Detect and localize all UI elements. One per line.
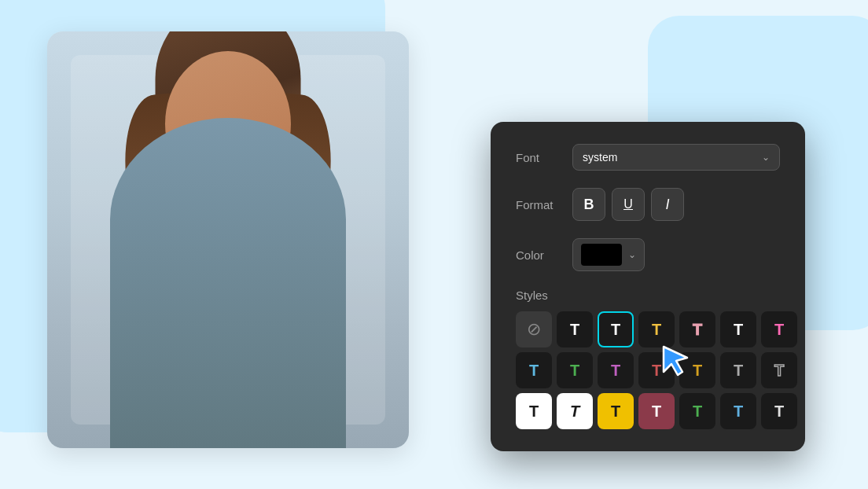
style-t-gray[interactable]: T — [720, 352, 756, 388]
t-icon: T — [611, 362, 620, 380]
style-t-green[interactable]: T — [557, 352, 593, 388]
photo-background — [47, 31, 409, 448]
color-label: Color — [516, 248, 572, 262]
format-label: Format — [516, 198, 572, 211]
no-symbol-icon: ⊘ — [527, 319, 541, 340]
t-icon: T — [570, 403, 579, 421]
style-t-selected[interactable]: T — [598, 311, 634, 347]
t-icon: T — [734, 362, 743, 380]
t-icon: T — [693, 403, 702, 421]
t-icon: T — [611, 403, 620, 421]
style-t-blue[interactable]: T — [516, 352, 552, 388]
underline-button[interactable]: U — [612, 188, 645, 221]
style-t-white-on-maroon[interactable]: T — [638, 393, 675, 429]
font-dropdown[interactable]: system ⌄ — [572, 144, 780, 171]
style-t-gold[interactable]: T — [679, 352, 715, 388]
font-row: Font system ⌄ — [516, 144, 780, 171]
t-icon: T — [652, 362, 661, 380]
format-panel: Font system ⌄ Format B U I Color ⌄ — [491, 122, 805, 451]
style-t-hotpink[interactable]: T — [761, 311, 797, 347]
style-t-black-on-white[interactable]: T — [516, 393, 552, 429]
chevron-down-icon: ⌄ — [762, 152, 770, 163]
style-t-white2[interactable]: T — [720, 311, 756, 347]
t-icon: T — [570, 321, 579, 339]
format-buttons-group: B U I — [572, 188, 684, 221]
t-icon: T — [652, 321, 661, 339]
content-wrapper: Font system ⌄ Format B U I Color ⌄ — [0, 0, 868, 489]
style-t-silver[interactable]: T — [761, 393, 797, 429]
t-icon: T — [734, 321, 743, 339]
color-swatch — [581, 244, 622, 266]
t-icon: T — [774, 403, 784, 421]
style-t-outline-pink[interactable]: T — [679, 311, 715, 347]
bold-button[interactable]: B — [572, 188, 605, 221]
photo-card — [47, 31, 409, 448]
t-icon: T — [529, 362, 539, 380]
format-row: Format B U I — [516, 188, 780, 221]
styles-section: Styles ⊘ T T T T T — [516, 289, 780, 429]
t-icon: T — [570, 362, 579, 380]
italic-button[interactable]: I — [651, 188, 684, 221]
style-none[interactable]: ⊘ — [516, 311, 552, 347]
t-icon: T — [693, 362, 702, 380]
style-t-purple[interactable]: T — [598, 352, 634, 388]
style-t-black-on-white2[interactable]: T — [557, 393, 593, 429]
t-icon: T — [774, 321, 784, 339]
chevron-down-icon: ⌄ — [628, 249, 636, 260]
style-t-yellow[interactable]: T — [638, 311, 675, 347]
style-t-lightblue[interactable]: T — [720, 393, 756, 429]
color-row: Color ⌄ — [516, 238, 780, 271]
styles-grid: ⊘ T T T T T T — [516, 311, 780, 429]
font-label: Font — [516, 151, 572, 164]
style-t-plain[interactable]: T — [557, 311, 593, 347]
t-icon: T — [529, 403, 539, 421]
color-picker[interactable]: ⌄ — [572, 238, 645, 271]
style-t-outline[interactable]: T — [761, 352, 797, 388]
t-icon: T — [611, 321, 620, 339]
t-icon: T — [693, 321, 702, 339]
style-t-red[interactable]: T — [638, 352, 675, 388]
font-value: system — [583, 151, 617, 164]
t-icon: T — [774, 362, 784, 380]
t-icon: T — [734, 403, 743, 421]
style-t-green2[interactable]: T — [679, 393, 715, 429]
person-body — [110, 118, 346, 448]
style-t-black-on-yellow[interactable]: T — [598, 393, 634, 429]
styles-label: Styles — [516, 289, 548, 302]
t-icon: T — [652, 403, 661, 421]
